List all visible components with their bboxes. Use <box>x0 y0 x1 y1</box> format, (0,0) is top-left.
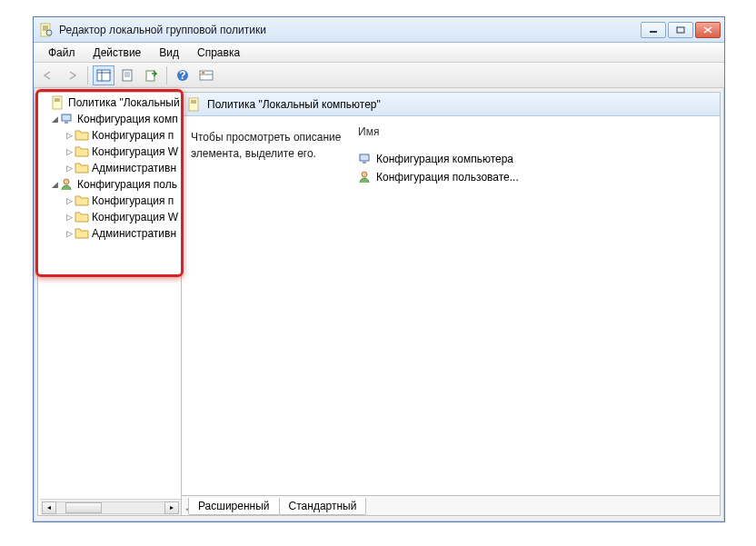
svg-point-33 <box>362 172 367 177</box>
svg-text:?: ? <box>179 69 185 82</box>
tree-label: Административн <box>92 162 176 174</box>
export-button[interactable] <box>140 65 162 85</box>
expander-icon[interactable]: ▷ <box>64 164 75 173</box>
maximize-button[interactable] <box>668 22 693 38</box>
menu-view[interactable]: Вид <box>150 45 188 61</box>
tab-extended[interactable]: Расширенный <box>188 498 280 515</box>
user-icon <box>358 170 373 184</box>
svg-rect-25 <box>62 114 71 121</box>
tree-item[interactable]: ▷ Административн <box>40 160 181 176</box>
svg-point-27 <box>64 179 69 184</box>
filter-button[interactable] <box>195 65 217 85</box>
menu-action[interactable]: Действие <box>85 45 151 61</box>
tree-pane: Политика "Локальный ◢ Конфигурация комп … <box>38 93 182 515</box>
svg-rect-9 <box>97 70 110 81</box>
folder-icon <box>75 144 89 159</box>
svg-rect-31 <box>360 154 369 161</box>
menu-help[interactable]: Справка <box>188 45 249 61</box>
item-list: Имя Конфигурация компьютера Конфигурация… <box>354 116 720 495</box>
tree-label: Конфигурация W <box>92 211 178 223</box>
folder-icon <box>75 210 89 224</box>
computer-icon <box>60 112 75 126</box>
tree-label: Политика "Локальный <box>68 96 180 109</box>
svg-rect-12 <box>123 70 132 81</box>
titlebar: Редактор локальной групповой политики <box>34 17 724 43</box>
forward-button[interactable] <box>61 65 83 85</box>
expander-icon[interactable]: ◢ <box>49 114 60 124</box>
computer-icon <box>358 152 373 166</box>
tree-label: Конфигурация комп <box>77 113 178 125</box>
svg-rect-28 <box>189 98 198 111</box>
tree-computer-config[interactable]: ◢ Конфигурация комп <box>40 111 181 127</box>
list-item-label: Конфигурация пользовате... <box>376 171 519 184</box>
expander-icon[interactable]: ▷ <box>64 131 75 140</box>
expander-icon[interactable]: ▷ <box>64 229 75 238</box>
list-item[interactable]: Конфигурация компьютера <box>354 150 720 168</box>
tree-label: Административн <box>92 227 176 240</box>
svg-rect-22 <box>53 96 62 109</box>
tree: Политика "Локальный ◢ Конфигурация комп … <box>40 94 181 499</box>
policy-icon <box>187 97 202 112</box>
user-icon <box>60 177 75 192</box>
folder-icon <box>75 128 89 143</box>
content-title: Политика "Локальный компьютер" <box>207 98 381 111</box>
properties-button[interactable] <box>116 65 138 85</box>
column-header-name[interactable]: Имя <box>354 125 720 143</box>
tree-label: Конфигурация п <box>92 129 174 142</box>
tree-item[interactable]: ▷ Конфигурация п <box>40 127 181 144</box>
policy-icon <box>51 95 65 110</box>
toolbar: ? <box>34 63 724 88</box>
folder-icon <box>75 226 89 241</box>
horizontal-scrollbar[interactable]: ◂ ▸ <box>40 499 181 515</box>
tree-label: Конфигурация п <box>92 194 174 207</box>
expander-icon[interactable]: ▷ <box>64 213 75 222</box>
expander-icon[interactable]: ▷ <box>64 147 75 156</box>
scroll-left-button[interactable]: ◂ <box>42 501 56 514</box>
svg-rect-6 <box>677 27 684 33</box>
tree-user-config[interactable]: ◢ Конфигурация поль <box>40 176 181 193</box>
svg-rect-32 <box>363 162 366 164</box>
folder-icon <box>75 161 89 175</box>
view-tabs: ◂ Расширенный Стандартный <box>182 495 720 515</box>
svg-rect-26 <box>65 122 68 124</box>
back-button[interactable] <box>37 65 59 85</box>
folder-icon <box>75 194 89 208</box>
list-item-label: Конфигурация компьютера <box>376 153 513 165</box>
minimize-button[interactable] <box>641 22 666 38</box>
description-text: Чтобы просмотреть описание элемента, выд… <box>182 116 354 495</box>
content-header: Политика "Локальный компьютер" <box>182 93 720 116</box>
svg-rect-21 <box>202 72 204 74</box>
menu-file[interactable]: Файл <box>39 45 85 61</box>
tree-item[interactable]: ▷ Конфигурация п <box>40 193 181 209</box>
client-area: Политика "Локальный ◢ Конфигурация комп … <box>37 92 721 516</box>
show-tree-button[interactable] <box>93 65 114 85</box>
scroll-thumb[interactable] <box>65 502 102 513</box>
expander-icon[interactable]: ▷ <box>64 196 75 205</box>
close-button[interactable] <box>695 22 721 38</box>
scroll-track[interactable] <box>56 501 164 514</box>
window-title: Редактор локальной групповой политики <box>59 24 641 36</box>
scroll-right-button[interactable]: ▸ <box>164 501 179 514</box>
tree-root[interactable]: Политика "Локальный <box>40 94 181 111</box>
menubar: Файл Действие Вид Справка <box>34 43 724 63</box>
tree-item[interactable]: ▷ Конфигурация W <box>40 209 181 225</box>
tab-standard[interactable]: Стандартный <box>279 498 367 515</box>
app-icon <box>39 23 54 37</box>
list-item[interactable]: Конфигурация пользовате... <box>354 168 720 186</box>
tree-label: Конфигурация W <box>92 145 178 158</box>
tree-item[interactable]: ▷ Административн <box>40 225 181 242</box>
app-window: Редактор локальной групповой политики Фа… <box>33 16 725 522</box>
tree-label: Конфигурация поль <box>77 178 177 191</box>
svg-point-4 <box>46 30 52 35</box>
content-pane: Политика "Локальный компьютер" Чтобы про… <box>182 93 720 515</box>
help-button[interactable]: ? <box>172 65 194 85</box>
expander-icon[interactable]: ◢ <box>49 180 60 189</box>
tree-item[interactable]: ▷ Конфигурация W <box>40 144 181 160</box>
